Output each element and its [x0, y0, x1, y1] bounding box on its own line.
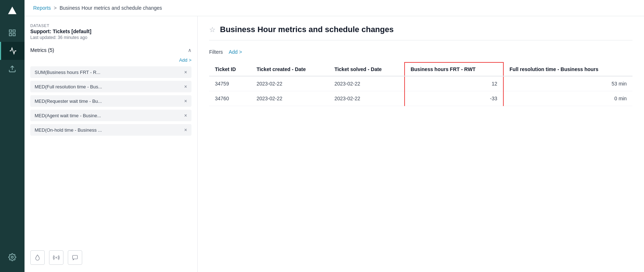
col-header-ticket-solved: Ticket solved - Date: [328, 62, 404, 76]
dataset-last-updated: Last updated: 36 minutes ago: [30, 35, 191, 40]
col-header-ticket-created: Ticket created - Date: [251, 62, 328, 76]
metrics-add-link[interactable]: Add >: [30, 57, 191, 63]
content-wrapper: Dataset Support: Tickets [default] Last …: [25, 16, 644, 272]
filters-add-button[interactable]: Add >: [229, 49, 242, 55]
table-row: 34760 2023-02-22 2023-02-22 -33 0 min: [209, 91, 632, 106]
report-title: Business Hour metrics and schedule chang…: [220, 25, 394, 34]
svg-rect-2: [13, 30, 15, 32]
col-header-biz-frt-rwt: Business hours FRT - RWT: [405, 62, 503, 76]
cell-biz-frt-rwt-0: 12: [405, 76, 503, 91]
metric-tag-label-1: MED(Full resolution time - Bus...: [35, 84, 102, 89]
drop-icon-button[interactable]: [30, 250, 45, 265]
metric-remove-4[interactable]: ×: [184, 127, 187, 133]
sidebar-item-dashboard[interactable]: [0, 24, 25, 42]
left-panel: Dataset Support: Tickets [default] Last …: [25, 16, 198, 272]
metric-tag-label-4: MED(On-hold time - Business ...: [35, 127, 102, 133]
chat-icon-button[interactable]: [68, 250, 82, 265]
metric-tag-4[interactable]: MED(On-hold time - Business ... ×: [30, 124, 191, 136]
metric-remove-2[interactable]: ×: [184, 98, 187, 104]
metric-tag-1[interactable]: MED(Full resolution time - Bus... ×: [30, 81, 191, 92]
sidebar-item-settings[interactable]: [0, 248, 25, 266]
signal-icon-button[interactable]: [49, 250, 63, 265]
col-header-ticket-id: Ticket ID: [209, 62, 251, 76]
metric-tag-2[interactable]: MED(Requester wait time - Bu... ×: [30, 95, 191, 107]
svg-rect-4: [13, 34, 15, 36]
svg-point-7: [56, 257, 57, 258]
svg-rect-3: [9, 34, 12, 36]
right-panel: ☆ Business Hour metrics and schedule cha…: [198, 16, 644, 272]
metric-remove-3[interactable]: ×: [184, 113, 187, 118]
cell-full-resolution-1: 0 min: [503, 91, 632, 106]
sidebar-item-reports[interactable]: [0, 42, 25, 60]
metric-tag-3[interactable]: MED(Agent wait time - Busine... ×: [30, 110, 191, 121]
breadcrumb-separator: >: [54, 5, 57, 11]
sidebar-item-upload[interactable]: [0, 60, 25, 78]
metric-remove-1[interactable]: ×: [184, 84, 187, 89]
cell-ticket-solved-1: 2023-02-22: [328, 91, 404, 106]
metric-tag-label-0: SUM(Business hours FRT - R...: [35, 70, 100, 75]
dataset-name: Support: Tickets [default]: [30, 28, 191, 34]
data-table: Ticket ID Ticket created - Date Ticket s…: [209, 62, 632, 106]
bottom-icon-bar: [30, 245, 191, 265]
metric-tag-label-3: MED(Agent wait time - Busine...: [35, 113, 101, 118]
favorite-star-icon[interactable]: ☆: [209, 25, 216, 34]
col-header-full-resolution: Full resolution time - Business hours: [503, 62, 632, 76]
report-title-row: ☆ Business Hour metrics and schedule cha…: [209, 25, 632, 40]
cell-full-resolution-0: 53 min: [503, 76, 632, 91]
cell-biz-frt-rwt-1: -33: [405, 91, 503, 106]
breadcrumb-bar: Reports > Business Hour metrics and sche…: [25, 0, 644, 16]
sidebar: [0, 0, 25, 272]
filters-label: Filters: [209, 49, 223, 55]
svg-rect-8: [72, 255, 78, 259]
cell-ticket-created-1: 2023-02-22: [251, 91, 328, 106]
metrics-title: Metrics (5): [30, 47, 54, 53]
cell-ticket-created-0: 2023-02-22: [251, 76, 328, 91]
svg-rect-1: [9, 30, 12, 32]
metrics-header: Metrics (5) ∧: [30, 47, 191, 53]
metrics-collapse-button[interactable]: ∧: [188, 47, 191, 53]
svg-marker-0: [8, 6, 16, 14]
cell-ticket-id-0: 34759: [209, 76, 251, 91]
main-area: Reports > Business Hour metrics and sche…: [25, 0, 644, 272]
filters-bar: Filters Add >: [209, 49, 632, 55]
metric-remove-0[interactable]: ×: [184, 69, 187, 75]
svg-point-6: [11, 256, 13, 258]
dataset-label-text: Dataset: [30, 23, 191, 28]
cell-ticket-id-1: 34760: [209, 91, 251, 106]
metric-tag-0[interactable]: SUM(Business hours FRT - R... ×: [30, 66, 191, 78]
app-logo[interactable]: [5, 4, 19, 18]
cell-ticket-solved-0: 2023-02-22: [328, 76, 404, 91]
breadcrumb-reports-link[interactable]: Reports: [33, 5, 51, 11]
metric-tag-label-2: MED(Requester wait time - Bu...: [35, 98, 102, 104]
table-row: 34759 2023-02-22 2023-02-22 12 53 min: [209, 76, 632, 91]
breadcrumb-current-page: Business Hour metrics and schedule chang…: [59, 5, 162, 11]
table-header-row: Ticket ID Ticket created - Date Ticket s…: [209, 62, 632, 76]
